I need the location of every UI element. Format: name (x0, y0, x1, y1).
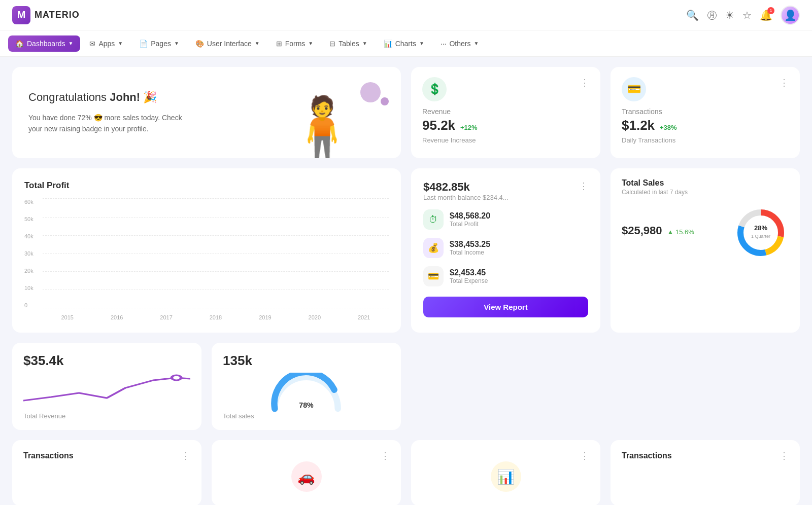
theme-icon[interactable]: ☀ (725, 9, 734, 21)
balance-header: $482.85k Last month balance $234.4... ⋮ (423, 181, 588, 201)
balance-expense-value: $2,453.45 (450, 268, 488, 277)
nav-pages-label: Pages (151, 40, 171, 48)
chart-area: 0 10k 20k 30k 40k 50k 60k (24, 199, 389, 320)
bottom-transactions-right-title: Transactions (622, 451, 672, 460)
revenue-icon: 💲 (422, 77, 447, 101)
sales-gauge: 78% (223, 373, 390, 413)
bell-icon[interactable]: 🔔 1 (760, 9, 772, 21)
nav-item-forms[interactable]: ⊞ Forms ▼ (269, 35, 321, 52)
nav-dashboards-icon: 🏠 (15, 40, 24, 48)
translate-icon[interactable]: ㊊ (707, 8, 717, 22)
total-revenue-label: Total Revenue (23, 412, 190, 420)
bottom-icon-card-1: ⋮ 🚗 (212, 440, 401, 505)
profit-chart-card: Total Profit 0 10k 20k 30k 40k 50k 60k (12, 168, 401, 333)
bottom-transactions-right-menu[interactable]: ⋮ (780, 450, 789, 461)
profit-icon: ⏱ (423, 209, 444, 230)
balance-income-value: $38,453.25 (450, 240, 490, 249)
profit-title: Total Profit (24, 181, 389, 191)
nav-forms-arrow: ▼ (308, 41, 313, 46)
transactions-label: Transactions (622, 107, 789, 116)
balance-expense-text: $2,453.45 Total Expense (450, 268, 488, 284)
nav-tables-icon: ⊟ (329, 40, 335, 48)
nav-apps-label: Apps (98, 40, 115, 48)
nav-forms-label: Forms (285, 40, 306, 48)
nav-tables-label: Tables (339, 40, 359, 48)
transactions-icon: 💳 (622, 77, 646, 101)
total-sales-value-row: $25,980 ▲ 15.6% 28% 1 Quarter (622, 201, 789, 261)
nav-ui-arrow: ▼ (255, 41, 260, 46)
balance-profit-label: Total Profit (450, 221, 490, 228)
nav-item-others[interactable]: ··· Others ▼ (433, 35, 486, 52)
total-sales-mini-chart: 78% (223, 373, 390, 408)
nav-charts-icon: 📊 (384, 40, 392, 48)
top-header: M MATERIO 🔍 ㊊ ☀ ☆ 🔔 1 👤 (0, 0, 812, 30)
bottom-icon-card-2: ⋮ 📊 (411, 440, 600, 505)
revenue-label: Revenue (422, 107, 589, 116)
nav-charts-arrow: ▼ (419, 41, 424, 46)
balance-menu-icon[interactable]: ⋮ (579, 181, 588, 192)
revenue-change: +12% (460, 124, 478, 131)
icon-card1-menu[interactable]: ⋮ (381, 450, 390, 461)
revenue-sparkline (23, 373, 190, 408)
main-grid: Congratulations John! 🎉 You have done 72… (0, 57, 812, 505)
expense-icon: 💳 (423, 266, 444, 286)
revenue-card-header: 💲 ⋮ (422, 77, 589, 101)
bottom-transactions-left-menu[interactable]: ⋮ (181, 450, 190, 461)
logo-text: MATERIO (35, 10, 80, 20)
welcome-character: 🧍 (284, 97, 360, 158)
nav-dashboards-label: Dashboards (27, 40, 65, 48)
welcome-decor1 (360, 82, 381, 102)
chart-x-labels: 2015 2016 2017 2018 2019 2020 2021 (43, 314, 389, 320)
nav-forms-icon: ⊞ (276, 40, 282, 48)
balance-sublabel: Last month balance $234.4... (423, 194, 509, 201)
nav-item-ui[interactable]: 🎨 User Interface ▼ (188, 35, 267, 52)
bottom-transactions-right: Transactions ⋮ (611, 440, 800, 505)
welcome-desc: You have done 72% 😎 more sales today. Ch… (28, 112, 191, 135)
donut-area: 28% 1 Quarter (733, 205, 789, 261)
search-icon[interactable]: 🔍 (686, 9, 699, 21)
logo-area: M MATERIO (12, 6, 80, 24)
total-revenue-value: $35.4k (23, 353, 190, 369)
transactions-card-header: 💳 ⋮ (622, 77, 789, 101)
bottom-transactions-left-title: Transactions (23, 451, 74, 460)
total-sales-mini-label: Total sales (223, 412, 390, 420)
nav-item-apps[interactable]: ✉ Apps ▼ (82, 35, 130, 52)
transactions-change: +38% (660, 124, 677, 131)
balance-income-text: $38,453.25 Total Income (450, 240, 490, 256)
header-icons: 🔍 ㊊ ☀ ☆ 🔔 1 👤 (686, 6, 800, 25)
transactions-sublabel: Daily Transactions (622, 136, 789, 144)
revenue-value: 95.2k (422, 118, 455, 133)
welcome-card: Congratulations John! 🎉 You have done 72… (12, 67, 401, 158)
nav-item-dashboards[interactable]: 🏠 Dashboards ▼ (8, 35, 80, 52)
balance-expense-label: Total Expense (450, 277, 488, 284)
icon-card2-icon: 📊 (491, 461, 521, 492)
nav-pages-arrow: ▼ (174, 41, 179, 46)
total-sales-header: Total Sales Calculated in last 7 days (622, 178, 789, 196)
notif-badge: 1 (767, 7, 774, 14)
nav-apps-arrow: ▼ (118, 41, 123, 46)
avatar[interactable]: 👤 (781, 6, 800, 25)
bookmark-icon[interactable]: ☆ (742, 9, 752, 21)
nav-item-pages[interactable]: 📄 Pages ▼ (132, 35, 186, 52)
balance-profit-text: $48,568.20 Total Profit (450, 211, 490, 228)
icon-card2-menu[interactable]: ⋮ (580, 450, 589, 461)
nav-others-label: Others (449, 40, 470, 48)
balance-item-profit: ⏱ $48,568.20 Total Profit (423, 209, 588, 230)
balance-item-expense: 💳 $2,453.45 Total Expense (423, 266, 588, 286)
revenue-value-row: 95.2k +12% (422, 118, 589, 133)
transactions-stat-card: 💳 ⋮ Transactions $1.2k +38% Daily Transa… (611, 67, 800, 158)
transactions-menu-icon[interactable]: ⋮ (780, 77, 789, 88)
total-revenue-mini-card: $35.4k Total Revenue (12, 343, 201, 430)
balance-card: $482.85k Last month balance $234.4... ⋮ … (411, 168, 600, 333)
nav-dashboards-arrow: ▼ (69, 41, 74, 46)
nav-apps-icon: ✉ (89, 40, 95, 48)
bottom-transactions-left: Transactions ⋮ (12, 440, 201, 505)
svg-text:28%: 28% (754, 224, 767, 232)
nav-item-tables[interactable]: ⊟ Tables ▼ (322, 35, 374, 52)
revenue-menu-icon[interactable]: ⋮ (580, 77, 589, 88)
transactions-value: $1.2k (622, 118, 655, 133)
nav-item-charts[interactable]: 📊 Charts ▼ (377, 35, 431, 52)
view-report-button[interactable]: View Report (423, 297, 588, 317)
donut-chart: 28% 1 Quarter (733, 205, 789, 261)
bottom-transactions-right-header: Transactions ⋮ (622, 450, 789, 461)
